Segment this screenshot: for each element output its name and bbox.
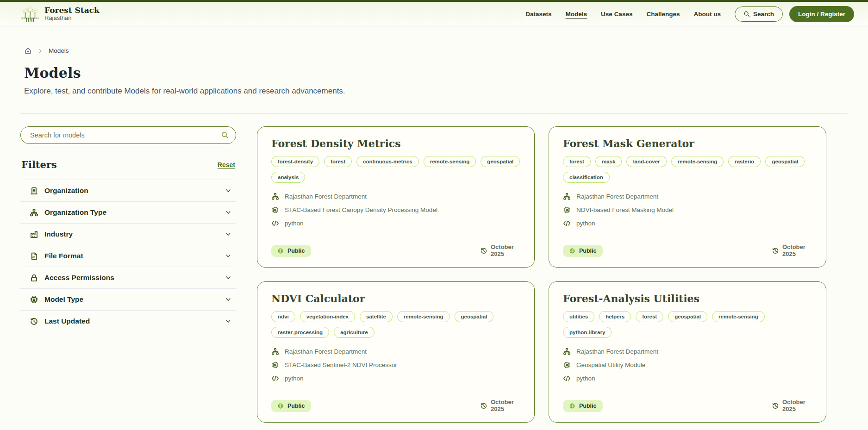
card-model-name-text: NDVI-based Forest Masking Model bbox=[576, 206, 674, 213]
tag[interactable]: land-cover bbox=[626, 156, 666, 167]
tag[interactable]: geospatial bbox=[481, 156, 520, 167]
building-icon bbox=[30, 187, 38, 195]
model-card-forest-mask-generator[interactable]: Forest Mask Generatorforestmaskland-cove… bbox=[549, 126, 826, 268]
tag[interactable]: utilities bbox=[563, 311, 594, 322]
org-chart-icon bbox=[563, 193, 571, 200]
tag[interactable]: satellite bbox=[360, 311, 393, 322]
tag[interactable]: python-library bbox=[563, 327, 612, 338]
tag[interactable]: forest bbox=[324, 156, 352, 167]
nav-item-challenges[interactable]: Challenges bbox=[646, 11, 680, 18]
card-footer: PublicOctober 2025 bbox=[271, 244, 520, 258]
filters-sidebar: Filters Reset OrganizationOrganization T… bbox=[20, 126, 236, 332]
card-language: python bbox=[563, 374, 812, 382]
filter-model-type[interactable]: Model Type bbox=[20, 288, 236, 310]
tag[interactable]: remote-sensing bbox=[712, 311, 765, 322]
visibility-label: Public bbox=[287, 248, 305, 254]
page-subtitle: Explore, test, and contribute Models for… bbox=[20, 87, 848, 96]
filter-industry[interactable]: Industry bbox=[20, 223, 236, 245]
card-organization-text: Rajasthan Forest Department bbox=[285, 348, 367, 355]
tag[interactable]: mask bbox=[595, 156, 622, 167]
model-search-input[interactable] bbox=[20, 126, 236, 144]
card-model-name: STAC-Based Forest Canopy Density Process… bbox=[271, 206, 520, 214]
tag[interactable]: remote-sensing bbox=[671, 156, 724, 167]
filter-label: Access Permissions bbox=[44, 274, 114, 282]
updated-date-text: October 2025 bbox=[782, 399, 809, 413]
chevron-down-icon bbox=[225, 187, 231, 194]
card-organization: Rajasthan Forest Department bbox=[563, 193, 812, 200]
filter-list: OrganizationOrganization TypeIndustryFil… bbox=[20, 180, 236, 332]
brand-subtitle: Rajasthan bbox=[44, 15, 100, 22]
card-meta: Rajasthan Forest DepartmentGeospatial Ut… bbox=[563, 348, 812, 382]
chevron-down-icon bbox=[225, 296, 231, 303]
tag-list: ndvivegetation-indexsatelliteremote-sens… bbox=[271, 311, 520, 338]
filter-file-format[interactable]: File Format bbox=[20, 245, 236, 267]
card-title: Forest Density Metrics bbox=[271, 137, 520, 150]
cards-grid: Forest Density Metricsforest-densityfore… bbox=[257, 126, 826, 423]
nav-item-about-us[interactable]: About us bbox=[693, 11, 721, 18]
tag[interactable]: geospatial bbox=[455, 311, 494, 322]
tag[interactable]: forest bbox=[563, 156, 591, 167]
nav-item-datasets[interactable]: Datasets bbox=[525, 11, 551, 18]
tag[interactable]: analysis bbox=[271, 172, 305, 183]
header-search-button[interactable]: Search bbox=[735, 6, 783, 22]
card-language-text: python bbox=[285, 220, 304, 227]
reset-filters-link[interactable]: Reset bbox=[218, 161, 235, 168]
tag[interactable]: geospatial bbox=[668, 311, 707, 322]
visibility-label: Public bbox=[579, 403, 597, 409]
search-icon[interactable] bbox=[221, 131, 229, 139]
nav-item-models[interactable]: Models bbox=[566, 11, 587, 18]
history-icon bbox=[480, 402, 487, 410]
tag[interactable]: geospatial bbox=[765, 156, 805, 167]
chevron-down-icon bbox=[225, 274, 231, 281]
tag[interactable]: agriculture bbox=[334, 327, 374, 338]
filter-organization[interactable]: Organization bbox=[20, 180, 236, 201]
filter-last-updated[interactable]: Last Updated bbox=[20, 310, 236, 332]
login-register-button[interactable]: Login / Register bbox=[789, 6, 854, 22]
card-organization-text: Rajasthan Forest Department bbox=[576, 193, 658, 200]
tag[interactable]: forest bbox=[636, 311, 663, 322]
model-card-ndvi-calculator[interactable]: NDVI Calculatorndvivegetation-indexsatel… bbox=[257, 281, 535, 423]
history-icon bbox=[30, 317, 38, 326]
filter-label: Organization bbox=[44, 187, 88, 195]
tag[interactable]: vegetation-index bbox=[300, 311, 355, 322]
chevron-down-icon bbox=[225, 209, 231, 216]
brand-title: Forest Stack bbox=[44, 6, 100, 15]
tag[interactable]: raster-processing bbox=[271, 327, 329, 338]
factory-icon bbox=[30, 230, 38, 239]
home-icon[interactable] bbox=[24, 47, 32, 55]
card-footer: PublicOctober 2025 bbox=[563, 399, 812, 413]
tag[interactable]: forest-density bbox=[271, 156, 319, 167]
tag[interactable]: continuous-metrics bbox=[356, 156, 419, 167]
updated-date: October 2025 bbox=[772, 399, 809, 413]
tag[interactable]: classification bbox=[563, 172, 610, 183]
filters-head: Filters Reset bbox=[20, 159, 236, 170]
tag[interactable]: rasterio bbox=[728, 156, 761, 167]
card-model-name-text: Geospatial Utility Module bbox=[576, 361, 645, 368]
org-chart-icon bbox=[30, 208, 38, 217]
chip-icon bbox=[271, 361, 279, 369]
header-divider bbox=[20, 113, 848, 114]
tag[interactable]: ndvi bbox=[271, 311, 295, 322]
filter-organization-type[interactable]: Organization Type bbox=[20, 201, 236, 223]
tag[interactable]: helpers bbox=[599, 311, 631, 322]
chip-icon bbox=[563, 206, 571, 214]
brand-logo-block[interactable]: Forest Stack Rajasthan bbox=[20, 5, 100, 23]
filter-access-permissions[interactable]: Access Permissions bbox=[20, 267, 236, 288]
filter-label: Last Updated bbox=[44, 317, 90, 325]
card-language-text: python bbox=[576, 375, 595, 382]
updated-date: October 2025 bbox=[480, 399, 518, 413]
card-meta: Rajasthan Forest DepartmentNDVI-based Fo… bbox=[563, 193, 812, 227]
tag[interactable]: remote-sensing bbox=[424, 156, 476, 167]
org-chart-icon bbox=[271, 193, 279, 200]
filter-label: Industry bbox=[44, 230, 73, 238]
tag[interactable]: remote-sensing bbox=[397, 311, 450, 322]
header-buttons: Search Login / Register bbox=[735, 6, 854, 22]
model-card-forest-analysis-utilities[interactable]: Forest-Analysis Utilitiesutilitieshelper… bbox=[549, 281, 826, 423]
updated-date-text: October 2025 bbox=[491, 399, 518, 413]
visibility-badge: Public bbox=[271, 400, 311, 412]
history-icon bbox=[772, 402, 779, 410]
model-card-forest-density-metrics[interactable]: Forest Density Metricsforest-densityfore… bbox=[257, 126, 535, 268]
globe-icon bbox=[277, 248, 284, 254]
nav-item-use-cases[interactable]: Use Cases bbox=[601, 11, 632, 18]
card-language: python bbox=[271, 219, 520, 227]
